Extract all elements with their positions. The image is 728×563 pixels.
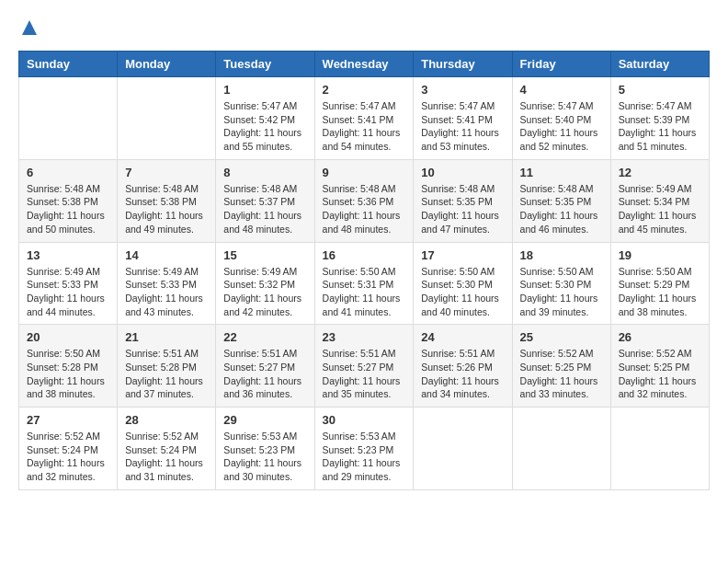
day-info: Sunrise: 5:49 AMSunset: 5:34 PMDaylight:… xyxy=(619,182,701,236)
day-info: Sunrise: 5:48 AMSunset: 5:38 PMDaylight:… xyxy=(125,182,208,236)
calendar: SundayMondayTuesdayWednesdayThursdayFrid… xyxy=(18,51,710,490)
calendar-cell: 6Sunrise: 5:48 AMSunset: 5:38 PMDaylight… xyxy=(19,159,118,242)
day-number: 5 xyxy=(619,83,701,97)
calendar-cell: 17Sunrise: 5:50 AMSunset: 5:30 PMDayligh… xyxy=(414,242,512,325)
day-number: 28 xyxy=(125,413,208,427)
day-number: 17 xyxy=(421,248,504,262)
day-number: 26 xyxy=(619,330,701,344)
day-info: Sunrise: 5:47 AMSunset: 5:42 PMDaylight:… xyxy=(223,99,306,154)
day-info: Sunrise: 5:48 AMSunset: 5:35 PMDaylight:… xyxy=(520,182,603,236)
day-number: 27 xyxy=(27,413,109,427)
day-header-saturday: Saturday xyxy=(610,52,709,77)
calendar-cell: 30Sunrise: 5:53 AMSunset: 5:23 PMDayligh… xyxy=(314,408,414,490)
logo xyxy=(18,18,39,41)
day-number: 6 xyxy=(27,166,109,179)
calendar-cell: 18Sunrise: 5:50 AMSunset: 5:30 PMDayligh… xyxy=(512,242,610,325)
day-header-thursday: Thursday xyxy=(414,52,512,77)
calendar-cell: 24Sunrise: 5:51 AMSunset: 5:26 PMDayligh… xyxy=(414,325,512,408)
day-number: 2 xyxy=(323,83,406,97)
day-info: Sunrise: 5:50 AMSunset: 5:30 PMDaylight:… xyxy=(520,265,603,319)
day-header-sunday: Sunday xyxy=(19,52,118,77)
day-number: 4 xyxy=(520,83,603,97)
calendar-cell: 16Sunrise: 5:50 AMSunset: 5:31 PMDayligh… xyxy=(314,242,414,325)
day-info: Sunrise: 5:51 AMSunset: 5:28 PMDaylight:… xyxy=(125,347,208,401)
logo-text xyxy=(18,18,39,41)
day-number: 9 xyxy=(323,166,406,179)
calendar-cell xyxy=(610,408,709,490)
calendar-cell xyxy=(414,408,512,490)
day-number: 18 xyxy=(520,248,603,262)
day-info: Sunrise: 5:51 AMSunset: 5:26 PMDaylight:… xyxy=(421,347,504,401)
week-row-1: 1Sunrise: 5:47 AMSunset: 5:42 PMDaylight… xyxy=(19,77,710,160)
day-info: Sunrise: 5:50 AMSunset: 5:30 PMDaylight:… xyxy=(421,265,504,319)
calendar-cell: 11Sunrise: 5:48 AMSunset: 5:35 PMDayligh… xyxy=(512,159,610,242)
day-info: Sunrise: 5:52 AMSunset: 5:25 PMDaylight:… xyxy=(520,347,603,401)
calendar-cell: 25Sunrise: 5:52 AMSunset: 5:25 PMDayligh… xyxy=(512,325,610,408)
day-info: Sunrise: 5:49 AMSunset: 5:32 PMDaylight:… xyxy=(223,265,306,319)
day-info: Sunrise: 5:51 AMSunset: 5:27 PMDaylight:… xyxy=(223,347,306,401)
day-number: 22 xyxy=(223,330,306,344)
day-info: Sunrise: 5:52 AMSunset: 5:24 PMDaylight:… xyxy=(125,430,208,484)
day-number: 1 xyxy=(223,83,306,97)
calendar-cell: 20Sunrise: 5:50 AMSunset: 5:28 PMDayligh… xyxy=(19,325,118,408)
calendar-cell: 26Sunrise: 5:52 AMSunset: 5:25 PMDayligh… xyxy=(610,325,709,408)
day-number: 3 xyxy=(421,83,504,97)
day-info: Sunrise: 5:53 AMSunset: 5:23 PMDaylight:… xyxy=(323,430,406,484)
day-number: 25 xyxy=(520,330,603,344)
week-row-2: 6Sunrise: 5:48 AMSunset: 5:38 PMDaylight… xyxy=(19,159,710,242)
day-info: Sunrise: 5:48 AMSunset: 5:35 PMDaylight:… xyxy=(421,182,504,236)
week-row-3: 13Sunrise: 5:49 AMSunset: 5:33 PMDayligh… xyxy=(19,242,710,325)
day-info: Sunrise: 5:50 AMSunset: 5:31 PMDaylight:… xyxy=(323,265,406,319)
day-header-monday: Monday xyxy=(118,52,216,77)
calendar-cell: 27Sunrise: 5:52 AMSunset: 5:24 PMDayligh… xyxy=(19,408,118,490)
calendar-cell: 2Sunrise: 5:47 AMSunset: 5:41 PMDaylight… xyxy=(314,77,414,160)
day-info: Sunrise: 5:51 AMSunset: 5:27 PMDaylight:… xyxy=(323,347,406,401)
day-number: 21 xyxy=(125,330,208,344)
day-number: 13 xyxy=(27,248,109,262)
calendar-cell xyxy=(512,408,610,490)
day-number: 8 xyxy=(223,166,306,179)
calendar-cell: 9Sunrise: 5:48 AMSunset: 5:36 PMDaylight… xyxy=(314,159,414,242)
calendar-cell: 22Sunrise: 5:51 AMSunset: 5:27 PMDayligh… xyxy=(216,325,314,408)
week-row-5: 27Sunrise: 5:52 AMSunset: 5:24 PMDayligh… xyxy=(19,408,710,490)
day-number: 10 xyxy=(421,166,504,179)
svg-marker-0 xyxy=(22,20,37,35)
day-info: Sunrise: 5:49 AMSunset: 5:33 PMDaylight:… xyxy=(125,265,208,319)
day-header-tuesday: Tuesday xyxy=(216,52,314,77)
day-header-friday: Friday xyxy=(512,52,610,77)
week-row-4: 20Sunrise: 5:50 AMSunset: 5:28 PMDayligh… xyxy=(19,325,710,408)
day-number: 30 xyxy=(323,413,406,427)
day-info: Sunrise: 5:52 AMSunset: 5:25 PMDaylight:… xyxy=(619,347,701,401)
calendar-cell: 7Sunrise: 5:48 AMSunset: 5:38 PMDaylight… xyxy=(118,159,216,242)
logo-icon xyxy=(20,18,39,37)
calendar-cell: 5Sunrise: 5:47 AMSunset: 5:39 PMDaylight… xyxy=(610,77,709,160)
day-info: Sunrise: 5:47 AMSunset: 5:40 PMDaylight:… xyxy=(520,99,603,154)
day-info: Sunrise: 5:47 AMSunset: 5:41 PMDaylight:… xyxy=(323,99,406,154)
calendar-cell: 14Sunrise: 5:49 AMSunset: 5:33 PMDayligh… xyxy=(118,242,216,325)
day-info: Sunrise: 5:47 AMSunset: 5:39 PMDaylight:… xyxy=(619,99,701,154)
calendar-cell: 8Sunrise: 5:48 AMSunset: 5:37 PMDaylight… xyxy=(216,159,314,242)
day-number: 11 xyxy=(520,166,603,179)
calendar-cell xyxy=(118,77,216,160)
day-number: 7 xyxy=(125,166,208,179)
calendar-cell: 28Sunrise: 5:52 AMSunset: 5:24 PMDayligh… xyxy=(118,408,216,490)
day-number: 23 xyxy=(323,330,406,344)
calendar-cell: 15Sunrise: 5:49 AMSunset: 5:32 PMDayligh… xyxy=(216,242,314,325)
day-info: Sunrise: 5:52 AMSunset: 5:24 PMDaylight:… xyxy=(27,430,109,484)
day-number: 15 xyxy=(223,248,306,262)
header xyxy=(18,18,710,41)
day-number: 20 xyxy=(27,330,109,344)
calendar-cell: 10Sunrise: 5:48 AMSunset: 5:35 PMDayligh… xyxy=(414,159,512,242)
day-info: Sunrise: 5:49 AMSunset: 5:33 PMDaylight:… xyxy=(27,265,109,319)
day-header-wednesday: Wednesday xyxy=(314,52,414,77)
calendar-cell: 1Sunrise: 5:47 AMSunset: 5:42 PMDaylight… xyxy=(216,77,314,160)
day-number: 19 xyxy=(619,248,701,262)
day-info: Sunrise: 5:48 AMSunset: 5:38 PMDaylight:… xyxy=(27,182,109,236)
day-info: Sunrise: 5:48 AMSunset: 5:37 PMDaylight:… xyxy=(223,182,306,236)
calendar-cell: 12Sunrise: 5:49 AMSunset: 5:34 PMDayligh… xyxy=(610,159,709,242)
calendar-cell: 23Sunrise: 5:51 AMSunset: 5:27 PMDayligh… xyxy=(314,325,414,408)
calendar-cell: 29Sunrise: 5:53 AMSunset: 5:23 PMDayligh… xyxy=(216,408,314,490)
day-info: Sunrise: 5:53 AMSunset: 5:23 PMDaylight:… xyxy=(223,430,306,484)
day-number: 16 xyxy=(323,248,406,262)
calendar-cell: 13Sunrise: 5:49 AMSunset: 5:33 PMDayligh… xyxy=(19,242,118,325)
